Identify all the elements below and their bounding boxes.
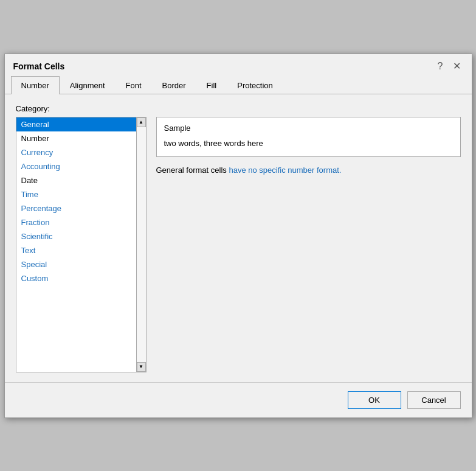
category-item-time[interactable]: Time xyxy=(16,187,136,201)
cancel-button[interactable]: Cancel xyxy=(407,391,461,409)
sample-value: two words, three words here xyxy=(164,136,453,150)
description-highlight: have no specific number format. xyxy=(229,166,341,175)
category-item-date[interactable]: Date xyxy=(16,173,136,187)
category-list: General Number Currency Accounting Date … xyxy=(16,117,146,372)
tab-protection[interactable]: Protection xyxy=(227,76,283,94)
tabs-bar: Number Alignment Font Border Fill Protec… xyxy=(5,76,472,94)
scroll-track xyxy=(137,127,146,362)
category-item-general[interactable]: General xyxy=(16,117,136,131)
dialog-footer: OK Cancel xyxy=(5,382,472,417)
ok-button[interactable]: OK xyxy=(348,391,401,409)
content-area: General Number Currency Accounting Date … xyxy=(16,117,461,372)
title-bar-controls: ? ✕ xyxy=(435,60,463,72)
right-panel: Sample two words, three words here Gener… xyxy=(156,117,461,176)
category-item-number[interactable]: Number xyxy=(16,131,136,145)
title-bar: Format Cells ? ✕ xyxy=(5,54,472,76)
dialog-body: Category: General Number Currency Accoun… xyxy=(5,94,472,382)
category-item-text[interactable]: Text xyxy=(16,243,136,257)
tab-fill[interactable]: Fill xyxy=(196,76,227,94)
list-scrollbar: ▲ ▼ xyxy=(136,117,146,372)
category-item-special[interactable]: Special xyxy=(16,257,136,271)
tab-alignment[interactable]: Alignment xyxy=(60,76,116,94)
tab-number[interactable]: Number xyxy=(11,76,60,94)
category-item-scientific[interactable]: Scientific xyxy=(16,229,136,243)
tab-font[interactable]: Font xyxy=(116,76,152,94)
sample-label: Sample xyxy=(164,124,453,133)
tab-border[interactable]: Border xyxy=(152,76,196,94)
close-button[interactable]: ✕ xyxy=(450,60,463,72)
category-item-percentage[interactable]: Percentage xyxy=(16,201,136,215)
scroll-up-button[interactable]: ▲ xyxy=(137,117,146,127)
description-text: General format cells have no specific nu… xyxy=(156,164,461,176)
category-item-custom[interactable]: Custom xyxy=(16,271,136,285)
format-cells-dialog: Format Cells ? ✕ Number Alignment Font B… xyxy=(4,54,472,418)
help-button[interactable]: ? xyxy=(435,60,446,72)
category-list-container: General Number Currency Accounting Date … xyxy=(16,117,147,372)
category-label: Category: xyxy=(16,104,461,113)
scroll-down-button[interactable]: ▼ xyxy=(137,362,146,372)
category-item-currency[interactable]: Currency xyxy=(16,145,136,159)
sample-box: Sample two words, three words here xyxy=(156,117,461,157)
category-item-fraction[interactable]: Fraction xyxy=(16,215,136,229)
category-item-accounting[interactable]: Accounting xyxy=(16,159,136,173)
dialog-title: Format Cells xyxy=(13,61,65,71)
description-part1: General format cells xyxy=(156,166,229,175)
